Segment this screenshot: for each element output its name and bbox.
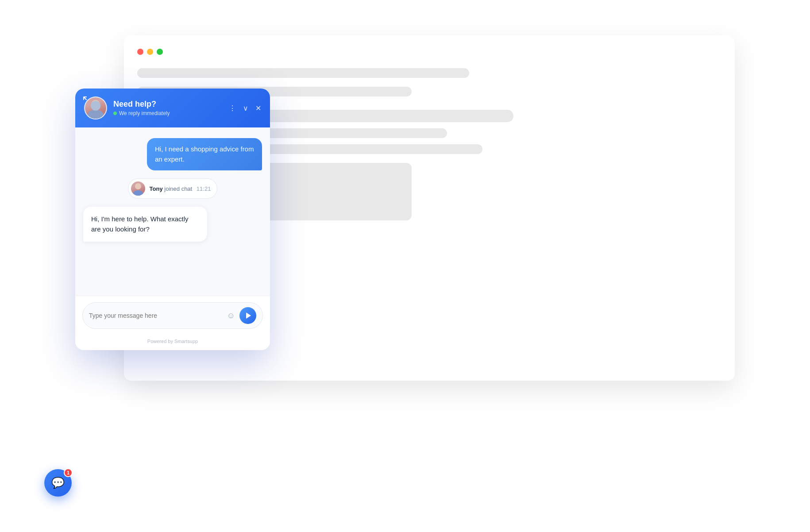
powered-by-text: Powered by Smartsupp (147, 339, 198, 344)
chat-header-left: Need help? We reply immediately (84, 96, 170, 120)
user-bubble: Hi, I need a shopping advice from an exp… (147, 138, 262, 170)
chat-input-row: ☺ (82, 302, 263, 329)
agent-message-text: Hi, I'm here to help. What exactly are y… (91, 215, 189, 233)
join-notification: Tony joined chat 11:21 (128, 178, 218, 199)
message-input[interactable] (89, 312, 223, 319)
url-bar-skeleton (137, 68, 469, 78)
minimize-dot[interactable] (147, 49, 153, 55)
chat-subtitle-text: We reply immediately (119, 110, 170, 116)
chat-footer: Powered by Smartsupp (75, 335, 270, 350)
tony-body (133, 190, 143, 196)
close-icon[interactable]: ✕ (255, 104, 261, 112)
tony-avatar (131, 181, 145, 196)
chat-input-area: ☺ (75, 296, 270, 335)
emoji-button[interactable]: ☺ (227, 311, 235, 320)
chat-subtitle: We reply immediately (113, 110, 170, 116)
chat-launcher-button[interactable]: 💬 1 (44, 469, 72, 497)
more-options-icon[interactable]: ⋮ (229, 104, 236, 112)
notification-badge: 1 (64, 468, 73, 477)
join-event: joined chat (164, 185, 192, 192)
chat-header-controls: ⋮ ∨ ✕ (229, 104, 261, 112)
agent-avatar (84, 96, 107, 120)
chat-body: Hi, I need a shopping advice from an exp… (75, 127, 270, 296)
send-button[interactable] (239, 307, 256, 324)
fullscreen-dot[interactable] (157, 49, 163, 55)
join-time: 11:21 (197, 185, 211, 192)
agent-bubble: Hi, I'm here to help. What exactly are y… (83, 207, 207, 242)
close-dot[interactable] (137, 49, 143, 55)
message-system-join: Tony joined chat 11:21 (83, 178, 262, 199)
chat-title: Need help? (113, 100, 170, 109)
browser-titlebar (137, 49, 721, 55)
avatar-head (91, 100, 100, 109)
avatar-body (89, 111, 102, 119)
chat-header-info: Need help? We reply immediately (113, 100, 170, 117)
minimize-icon[interactable]: ∨ (243, 104, 248, 112)
chat-launcher-icon: 💬 (51, 477, 65, 489)
agent-name: Tony (150, 185, 163, 192)
message-agent: Hi, I'm here to help. What exactly are y… (83, 207, 262, 242)
avatar-image (85, 97, 106, 119)
chat-widget: Need help? We reply immediately ⋮ ∨ ✕ Hi… (75, 89, 270, 350)
message-user: Hi, I need a shopping advice from an exp… (83, 138, 262, 170)
user-message-text: Hi, I need a shopping advice from an exp… (155, 145, 254, 163)
join-text: Tony joined chat 11:21 (150, 185, 211, 192)
chat-header: Need help? We reply immediately ⋮ ∨ ✕ (75, 89, 270, 127)
tony-head (135, 183, 141, 189)
online-indicator (113, 112, 117, 115)
skeleton-card-2 (261, 163, 412, 220)
